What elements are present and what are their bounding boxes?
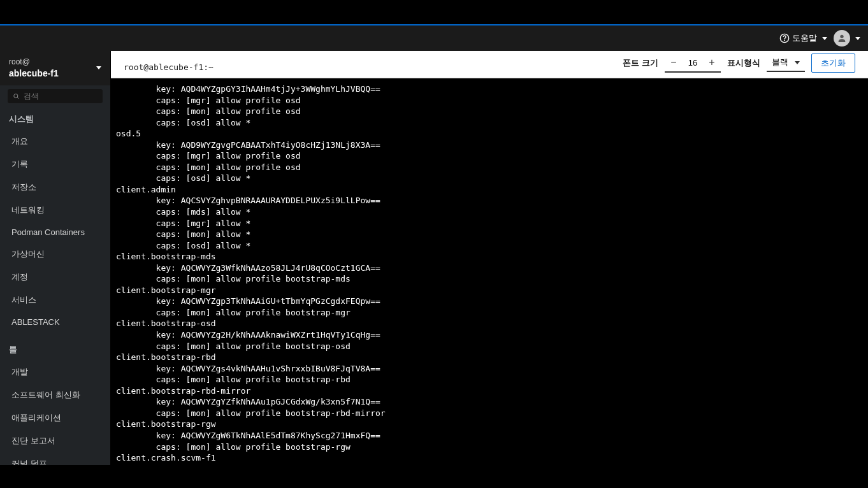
sidebar-item[interactable]: ABLESTACK — [0, 312, 110, 333]
sidebar-search[interactable] — [8, 89, 103, 103]
svg-point-1 — [785, 40, 785, 41]
display-mode-label: 표시형식 — [727, 57, 760, 69]
chevron-down-icon — [822, 37, 827, 40]
terminal-line: key: AQCWVYZg3WfkNhAAzo58JLJ4rU8qCOoCzt1… — [116, 262, 863, 274]
font-increase-button[interactable]: + — [703, 54, 721, 71]
display-mode-select[interactable]: 블랙 — [767, 54, 805, 72]
sidebar-item[interactable]: 저장소 — [0, 176, 110, 199]
terminal-line: client.crash.scvm-f1 — [116, 452, 863, 464]
sidebar-item[interactable]: Podman Containers — [0, 222, 110, 243]
letterbox-top — [0, 0, 868, 24]
terminal-line: client.bootstrap-mds — [116, 251, 863, 262]
question-circle-icon — [779, 33, 790, 43]
font-size-input[interactable] — [683, 54, 703, 71]
terminal-line: caps: [osd] allow * — [116, 240, 863, 252]
terminal-line: caps: [mon] allow profile osd — [116, 106, 863, 117]
host-name: ablecube-f1 — [9, 68, 59, 79]
user-avatar-icon — [837, 33, 847, 43]
terminal-breadcrumb: root@ablecube-f1:~ — [111, 57, 226, 72]
search-icon — [13, 92, 20, 100]
sidebar-item[interactable]: 네트워킹 — [0, 199, 110, 222]
host-user: root@ — [9, 57, 59, 68]
terminal-line: caps: [mgr] allow profile osd — [116, 95, 863, 106]
terminal-line: key: AQCWVYZgp3TkNhAAiGU+tTbmYqPGzCgdxFE… — [116, 296, 863, 307]
help-menu[interactable]: 도움말 — [779, 32, 827, 44]
sidebar-item[interactable]: 개요 — [0, 130, 110, 153]
sidebar-item[interactable]: 커널 덤프 — [0, 452, 110, 465]
chevron-down-icon — [795, 61, 800, 64]
reset-button[interactable]: 초기화 — [811, 54, 855, 73]
terminal-line: caps: [mon] allow profile bootstrap-mgr — [116, 307, 863, 319]
svg-line-4 — [17, 97, 18, 99]
sidebar-item[interactable]: 계정 — [0, 266, 110, 289]
terminal-line: client.bootstrap-mgr — [116, 285, 863, 296]
terminal-line: caps: [mgr] allow * — [116, 218, 863, 229]
app-root: 도움말 root@ ablecube-f1 시스템 — [0, 0, 868, 488]
terminal-line: key: AQCWVYZgs4vkNhAAHu1vShrxxbIBuV8FJqT… — [116, 363, 863, 375]
terminal-line: osd.5 — [116, 128, 863, 140]
main-area: root@ ablecube-f1 시스템 개요기록저장소네트워킹Podman … — [0, 51, 868, 465]
font-size-control: − + — [665, 54, 721, 73]
terminal-line: key: AQD4WYZgpGY3IhAAHm4tjJy+3WWghmYLhJV… — [116, 83, 863, 95]
nav-section-tools: 툴 개발소프트웨어 최신화애플리케이션진단 보고서커널 덤프터미널SELinux — [0, 339, 110, 465]
font-decrease-button[interactable]: − — [665, 54, 683, 71]
svg-point-3 — [14, 94, 18, 97]
font-size-label: 폰트 크기 — [623, 57, 658, 69]
terminal-line: caps: [osd] allow * — [116, 117, 863, 129]
sidebar-item[interactable]: 개발 — [0, 361, 110, 384]
letterbox-bottom — [0, 465, 868, 488]
chevron-down-icon — [96, 66, 101, 69]
terminal-line: caps: [mon] allow profile bootstrap-osd — [116, 341, 863, 352]
avatar — [834, 30, 850, 47]
search-input[interactable] — [24, 92, 98, 101]
terminal-line: caps: [mon] allow profile bootstrap-mds — [116, 273, 863, 285]
terminal-line: client.bootstrap-osd — [116, 318, 863, 329]
sidebar-item[interactable]: 애플리케이션 — [0, 406, 110, 429]
topbar: 도움말 — [0, 24, 868, 51]
help-label: 도움말 — [792, 32, 817, 44]
sidebar-item[interactable]: 소프트웨어 최신화 — [0, 384, 110, 406]
terminal-line: caps: [mon] allow profile bootstrap-rbd — [116, 374, 863, 385]
terminal-line: key: AQD9WYZgvgPCABAATxhT4iyO8cHZj13NLj8… — [116, 140, 863, 151]
user-menu[interactable] — [834, 30, 860, 47]
svg-point-2 — [840, 35, 843, 38]
nav-section-system: 시스템 개요기록저장소네트워킹Podman Containers가상머신계정서비… — [0, 108, 110, 333]
terminal-line: client.bootstrap-rgw — [116, 419, 863, 430]
display-mode-value: 블랙 — [772, 57, 788, 68]
terminal-line: key: AQCWVYZgW6TkNhAAlE5dTm87KhyScg271Hm… — [116, 430, 863, 441]
terminal-line: key: AQCSVYZghvpBNRAAAURAYDDELPUXz5i9LlL… — [116, 195, 863, 206]
terminal-line: client.bootstrap-rbd-mirror — [116, 385, 863, 397]
terminal-line: caps: [mon] allow profile bootstrap-rbd-… — [116, 408, 863, 419]
sidebar: root@ ablecube-f1 시스템 개요기록저장소네트워킹Podman … — [0, 51, 110, 465]
terminal-line: caps: [mon] allow profile osd — [116, 162, 863, 173]
sidebar-item[interactable]: 기록 — [0, 153, 110, 176]
terminal-line: caps: [mds] allow * — [116, 206, 863, 218]
nav-section-label-tools: 툴 — [0, 339, 110, 361]
sidebar-item[interactable]: 서비스 — [0, 289, 110, 312]
terminal-line: key: AQCWVYZgYZfkNhAAu1pGJCGdxWg/k3xn5f7… — [116, 396, 863, 408]
terminal-line: caps: [osd] allow * — [116, 173, 863, 184]
terminal-line: caps: [mon] allow profile bootstrap-rgw — [116, 441, 863, 453]
content-area: root@ablecube-f1:~ 폰트 크기 − + 표시형식 블랙 초기화 — [110, 51, 868, 465]
nav-section-label-system: 시스템 — [0, 108, 110, 130]
terminal-line: caps: [mgr] allow profile osd — [116, 150, 863, 162]
terminal-line: caps: [mon] allow * — [116, 229, 863, 240]
terminal-output[interactable]: key: AQD4WYZgpGY3IhAAHm4tjJy+3WWghmYLhJV… — [111, 78, 868, 465]
host-selector[interactable]: root@ ablecube-f1 — [0, 51, 110, 85]
sidebar-item[interactable]: 가상머신 — [0, 243, 110, 266]
terminal-line: client.admin — [116, 184, 863, 196]
sidebar-item[interactable]: 진단 보고서 — [0, 429, 110, 452]
terminal-line: key: AQCWVYZg2H/kNhAAAknawiWXZrt1HqVTy1C… — [116, 329, 863, 341]
chevron-down-icon — [855, 37, 860, 40]
terminal-line: client.bootstrap-rbd — [116, 352, 863, 363]
terminal-toolbar: 폰트 크기 − + 표시형식 블랙 초기화 — [610, 51, 868, 78]
